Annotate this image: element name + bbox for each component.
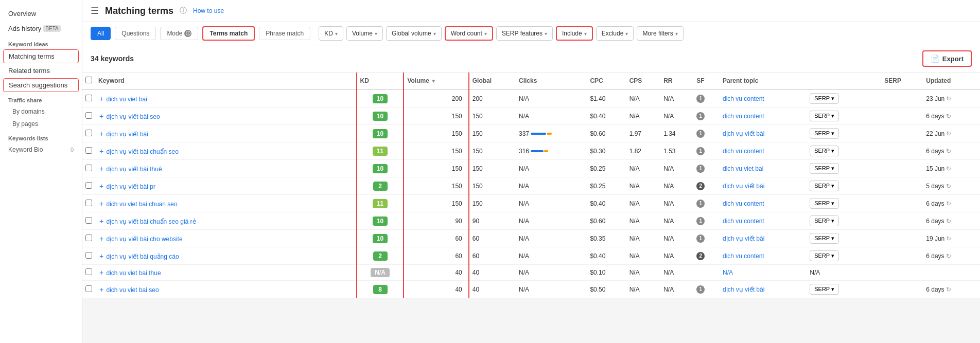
- tab-all[interactable]: All: [91, 27, 111, 40]
- keyword-link[interactable]: dich vu viet bai seo: [107, 286, 159, 294]
- row-checkbox[interactable]: [85, 95, 92, 101]
- row-checkbox[interactable]: [85, 130, 92, 136]
- refresh-icon[interactable]: ↻: [946, 95, 951, 102]
- row-checkbox[interactable]: [85, 217, 92, 224]
- keyword-link[interactable]: dich vu viet bai: [107, 96, 147, 103]
- refresh-icon[interactable]: ↻: [946, 286, 951, 293]
- filter-serp-features[interactable]: SERP features ▾: [496, 26, 553, 41]
- table-wrapper[interactable]: Keyword KD Volume ▼ Global Clicks CPC CP…: [82, 73, 980, 343]
- keyword-link[interactable]: dich vu viet bai thue: [107, 269, 161, 277]
- keyword-link[interactable]: dịch vụ viết bài chuẩn seo giá rẻ: [107, 218, 196, 225]
- refresh-icon[interactable]: ↻: [946, 200, 951, 207]
- add-keyword-icon[interactable]: +: [98, 217, 104, 225]
- serp-button[interactable]: SERP ▾: [810, 284, 839, 295]
- sidebar-item-matching-terms[interactable]: Matching terms: [3, 49, 79, 63]
- parent-topic-link[interactable]: dich vu content: [723, 252, 764, 260]
- refresh-icon[interactable]: ↻: [946, 235, 951, 242]
- hamburger-icon[interactable]: ☰: [91, 5, 99, 16]
- th-kd[interactable]: KD: [357, 73, 404, 89]
- serp-button[interactable]: SERP ▾: [810, 233, 839, 244]
- add-keyword-icon[interactable]: +: [98, 112, 104, 120]
- add-keyword-icon[interactable]: +: [98, 182, 104, 190]
- filter-kd[interactable]: KD ▾: [319, 26, 343, 41]
- row-checkbox[interactable]: [85, 234, 92, 241]
- help-link[interactable]: How to use: [193, 7, 224, 14]
- add-keyword-icon[interactable]: +: [98, 95, 104, 103]
- filter-more[interactable]: More filters ▾: [637, 26, 683, 41]
- row-checkbox[interactable]: [85, 112, 92, 119]
- filter-volume[interactable]: Volume ▾: [346, 26, 383, 41]
- parent-topic-link[interactable]: dịch vụ viết bài: [723, 130, 764, 137]
- filter-include[interactable]: Include ▾: [556, 26, 593, 41]
- parent-topic-link[interactable]: dich vu content: [723, 95, 764, 102]
- sidebar-item-search-suggestions[interactable]: Search suggestions: [3, 78, 79, 92]
- parent-topic-link[interactable]: dich vu content: [723, 113, 764, 120]
- row-checkbox[interactable]: [85, 182, 92, 189]
- sidebar-item-related-terms[interactable]: Related terms: [0, 63, 82, 78]
- refresh-icon[interactable]: ↻: [946, 218, 951, 225]
- keyword-link[interactable]: dich vu viet bai chuan seo: [107, 201, 178, 208]
- parent-topic-link[interactable]: dịch vụ viết bài: [723, 235, 764, 242]
- refresh-icon[interactable]: ↻: [946, 148, 951, 155]
- serp-button[interactable]: SERP ▾: [810, 198, 839, 209]
- refresh-icon[interactable]: ↻: [946, 113, 951, 120]
- export-button[interactable]: 📄 Export: [922, 50, 972, 67]
- sidebar-item-by-pages[interactable]: By pages: [0, 118, 82, 130]
- refresh-icon[interactable]: ↻: [946, 252, 951, 260]
- serp-button[interactable]: SERP ▾: [810, 215, 839, 226]
- add-keyword-icon[interactable]: +: [98, 130, 104, 138]
- serp-button[interactable]: SERP ▾: [810, 163, 839, 174]
- sidebar-item-overview[interactable]: Overview: [0, 6, 82, 21]
- serp-button[interactable]: SERP ▾: [810, 180, 839, 191]
- keyword-link[interactable]: dịch vụ viết bài quảng cáo: [107, 253, 179, 260]
- keyword-link[interactable]: dịch vụ viết bài cho website: [107, 236, 183, 243]
- keyword-link[interactable]: dịch vụ viết bài thuê: [107, 166, 162, 173]
- serp-button[interactable]: SERP ▾: [810, 93, 839, 104]
- keyword-link[interactable]: dịch vụ viết bài chuẩn seo: [107, 148, 179, 155]
- row-checkbox[interactable]: [85, 165, 92, 171]
- tab-phrase-match[interactable]: Phrase match: [259, 27, 310, 40]
- row-updated-cell: 6 days↻: [923, 247, 980, 265]
- parent-topic-link[interactable]: dich vu content: [723, 200, 764, 207]
- tab-mode[interactable]: Mode ⓘ: [160, 27, 198, 40]
- add-keyword-icon[interactable]: +: [98, 268, 104, 277]
- row-checkbox[interactable]: [85, 147, 92, 154]
- serp-button[interactable]: SERP ▾: [810, 250, 839, 261]
- keyword-link[interactable]: dịch vụ viết bài: [107, 131, 148, 138]
- add-keyword-icon[interactable]: +: [98, 234, 104, 243]
- serp-button[interactable]: SERP ▾: [810, 128, 839, 139]
- sidebar-item-ads-history[interactable]: Ads history BETA: [0, 21, 82, 36]
- sidebar-item-keyword-bio[interactable]: Keyword Bio 0: [0, 143, 82, 156]
- keyword-link[interactable]: dịch vụ viết bài pr: [107, 183, 155, 190]
- parent-topic-link[interactable]: dich vu content: [723, 218, 764, 225]
- sidebar-item-by-domains[interactable]: By domains: [0, 105, 82, 118]
- row-updated-cell: 6 days↻: [923, 195, 980, 212]
- filter-word-count[interactable]: Word count ▾: [445, 26, 493, 41]
- parent-topic-link[interactable]: dich vu content: [723, 148, 764, 155]
- parent-topic-link[interactable]: dịch vụ viết bài: [723, 286, 764, 293]
- refresh-icon[interactable]: ↻: [946, 130, 951, 137]
- th-volume[interactable]: Volume ▼: [404, 73, 468, 89]
- add-keyword-icon[interactable]: +: [98, 200, 104, 208]
- refresh-icon[interactable]: ↻: [946, 183, 951, 190]
- add-keyword-icon[interactable]: +: [98, 285, 104, 294]
- serp-button[interactable]: SERP ▾: [810, 146, 839, 156]
- serp-button[interactable]: SERP ▾: [810, 111, 839, 121]
- keyword-link[interactable]: dịch vụ viết bài seo: [107, 113, 160, 120]
- add-keyword-icon[interactable]: +: [98, 252, 104, 260]
- row-checkbox[interactable]: [85, 268, 92, 275]
- row-checkbox[interactable]: [85, 200, 92, 206]
- add-keyword-icon[interactable]: +: [98, 147, 104, 155]
- refresh-icon[interactable]: ↻: [946, 165, 951, 172]
- tab-questions[interactable]: Questions: [115, 27, 156, 40]
- add-keyword-icon[interactable]: +: [98, 165, 104, 173]
- parent-topic-link[interactable]: dich vu viet bai: [723, 165, 763, 172]
- tab-terms-match[interactable]: Terms match: [202, 26, 255, 41]
- parent-topic-link[interactable]: dịch vụ viết bài: [723, 183, 764, 190]
- parent-topic-link[interactable]: N/A: [723, 269, 733, 276]
- filter-global-volume[interactable]: Global volume ▾: [386, 26, 442, 41]
- select-all-checkbox[interactable]: [85, 77, 92, 83]
- filter-exclude[interactable]: Exclude ▾: [596, 26, 634, 41]
- row-checkbox[interactable]: [85, 252, 92, 259]
- row-checkbox[interactable]: [85, 285, 92, 292]
